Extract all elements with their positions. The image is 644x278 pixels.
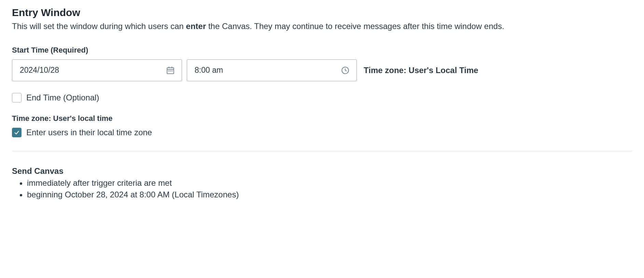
svg-rect-6 <box>171 71 172 71</box>
summary-item: beginning October 28, 2024 at 8:00 AM (L… <box>27 189 632 201</box>
start-time-row: Time zone: User's Local Time <box>12 59 632 81</box>
timezone-checkbox-row: Enter users in their local time zone <box>12 128 632 137</box>
start-time-input[interactable] <box>187 66 341 75</box>
timezone-hint: Time zone: User's Local Time <box>364 66 478 75</box>
svg-rect-5 <box>170 71 171 71</box>
svg-rect-4 <box>168 71 169 71</box>
desc-pre: This will set the window during which us… <box>12 22 186 31</box>
divider <box>12 151 632 151</box>
section-description: This will set the window during which us… <box>12 20 632 32</box>
desc-bold: enter <box>186 22 206 31</box>
start-time-label: Start Time (Required) <box>12 46 632 55</box>
summary-item: immediately after trigger criteria are m… <box>27 177 632 189</box>
summary-title: Send Canvas <box>12 166 632 176</box>
start-date-input[interactable] <box>12 66 166 75</box>
end-time-row: End Time (Optional) <box>12 93 632 102</box>
clock-icon <box>341 66 350 75</box>
end-time-label: End Time (Optional) <box>26 93 99 102</box>
check-icon <box>14 129 20 136</box>
local-timezone-checkbox[interactable] <box>12 128 22 137</box>
section-title: Entry Window <box>12 7 632 18</box>
desc-post: the Canvas. They may continue to receive… <box>206 22 504 31</box>
start-date-input-wrap[interactable] <box>12 59 182 81</box>
svg-line-9 <box>345 70 347 71</box>
timezone-heading: Time zone: User's local time <box>12 114 632 123</box>
local-timezone-label: Enter users in their local time zone <box>26 128 152 137</box>
calendar-icon <box>166 66 175 75</box>
end-time-checkbox[interactable] <box>12 93 22 102</box>
summary-list: immediately after trigger criteria are m… <box>12 177 632 201</box>
start-time-input-wrap[interactable] <box>187 59 357 81</box>
